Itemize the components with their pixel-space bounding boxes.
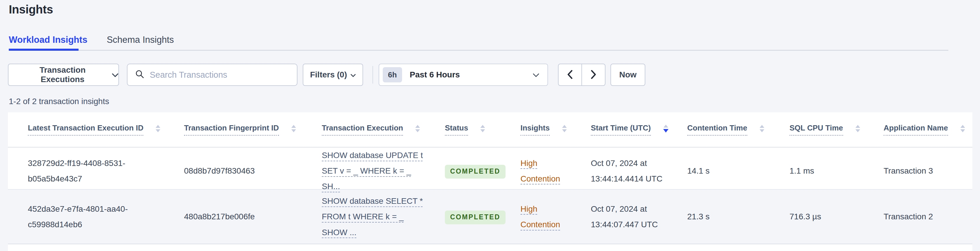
toolbar: Transaction Executions Filters (0) 6h Pa… — [0, 64, 980, 86]
column-header-transaction-execution: Transaction Execution — [322, 123, 445, 136]
filters-label: Filters (0) — [310, 70, 347, 80]
cell-application-name: Transaction 3 — [884, 163, 972, 179]
column-header-start-time: Start Time (UTC) — [591, 123, 687, 136]
filters-button[interactable]: Filters (0) — [303, 64, 363, 86]
page-title: Insights — [9, 3, 53, 16]
sort-icon[interactable] — [480, 125, 485, 132]
cell-application-name: Transaction 2 — [884, 209, 972, 224]
cell-start-time: Oct 07, 2024 at 13:44:07.447 UTC — [591, 201, 687, 232]
sort-icon[interactable] — [760, 125, 764, 132]
chevron-down-icon — [350, 70, 356, 80]
insights-table: Latest Transaction Execution ID Transact… — [8, 112, 972, 251]
chevron-left-icon — [566, 69, 574, 80]
sort-icon[interactable] — [415, 125, 420, 132]
results-summary: 1-2 of 2 transaction insights — [9, 97, 109, 106]
transaction-execution-link[interactable]: SHOW database UPDATE t SET v = _ WHERE k… — [322, 147, 428, 194]
cell-sql-cpu-time: 716.3 µs — [789, 209, 884, 224]
cell-contention-time: 21.3 s — [687, 209, 789, 224]
now-button[interactable]: Now — [611, 64, 645, 86]
status-badge: COMPLETED — [445, 165, 506, 179]
sort-icon[interactable] — [960, 125, 965, 132]
transaction-type-label: Transaction Executions — [19, 66, 107, 84]
toolbar-divider — [372, 66, 373, 83]
sort-icon[interactable] — [562, 125, 567, 132]
tab-divider — [9, 50, 948, 51]
sort-icon[interactable] — [156, 125, 160, 132]
table-row: 328729d2-ff19-4408-8531-b05a5b4e43c7 08d… — [8, 147, 972, 190]
cell-sql-cpu-time: 1.1 ms — [789, 163, 884, 179]
cell-latest-execution-id: 328729d2-ff19-4408-8531-b05a5b4e43c7 — [28, 155, 184, 187]
chevron-down-icon — [112, 70, 118, 80]
search-icon — [135, 69, 145, 80]
time-range-pager — [558, 64, 606, 86]
chevron-right-icon — [590, 69, 597, 80]
tab-bar: Workload Insights Schema Insights — [9, 35, 174, 45]
time-next-button[interactable] — [581, 64, 606, 86]
cell-contention-time: 14.1 s — [687, 163, 789, 179]
search-box — [127, 64, 298, 86]
time-prev-button[interactable] — [558, 64, 582, 86]
cell-latest-execution-id: 452da3e7-e7fa-4801-aa40-c59988d14eb6 — [28, 201, 184, 232]
sort-icon-active-desc[interactable] — [663, 125, 668, 133]
column-header-fingerprint-id: Transaction Fingerprint ID — [184, 123, 322, 136]
cell-insights: High Contention — [520, 201, 591, 232]
time-range-label: Past 6 Hours — [410, 70, 460, 80]
sort-icon[interactable] — [856, 125, 860, 132]
insight-link[interactable]: High Contention — [520, 155, 567, 187]
transaction-type-dropdown[interactable]: Transaction Executions — [8, 64, 119, 86]
column-header-latest-execution-id: Latest Transaction Execution ID — [28, 123, 184, 136]
status-badge: COMPLETED — [445, 211, 506, 224]
cell-status: COMPLETED — [445, 209, 520, 224]
insight-link[interactable]: High Contention — [520, 201, 567, 232]
column-header-application-name: Application Name — [884, 123, 972, 136]
active-tab-indicator — [9, 49, 78, 51]
transaction-execution-link[interactable]: SHOW database SELECT * FROM t WHERE k = … — [322, 193, 428, 240]
search-input[interactable] — [150, 70, 279, 80]
time-range-badge: 6h — [383, 67, 402, 82]
table-row: 452da3e7-e7fa-4801-aa40-c59988d14eb6 480… — [8, 190, 972, 244]
column-header-status: Status — [445, 123, 520, 136]
table-header-row: Latest Transaction Execution ID Transact… — [8, 112, 972, 147]
cell-fingerprint-id: 480a8b217be006fe — [184, 209, 322, 224]
column-header-contention-time: Contention Time — [687, 123, 789, 136]
tab-schema-insights[interactable]: Schema Insights — [107, 35, 174, 45]
column-header-insights: Insights — [520, 123, 591, 136]
cell-fingerprint-id: 08d8b7d97f830463 — [184, 163, 322, 179]
insights-page: Insights Workload Insights Schema Insigh… — [0, 0, 980, 251]
cell-transaction-execution: SHOW database UPDATE t SET v = _ WHERE k… — [322, 147, 445, 194]
cell-status: COMPLETED — [445, 163, 520, 179]
cell-transaction-execution: SHOW database SELECT * FROM t WHERE k = … — [322, 193, 445, 240]
time-range-picker[interactable]: 6h Past 6 Hours — [379, 64, 548, 86]
sort-icon[interactable] — [291, 125, 296, 132]
cell-insights: High Contention — [520, 155, 591, 187]
chevron-down-icon — [533, 70, 539, 80]
tab-workload-insights[interactable]: Workload Insights — [9, 35, 88, 45]
column-header-sql-cpu-time: SQL CPU Time — [789, 123, 884, 136]
cell-start-time: Oct 07, 2024 at 13:44:14.4414 UTC — [591, 155, 687, 187]
